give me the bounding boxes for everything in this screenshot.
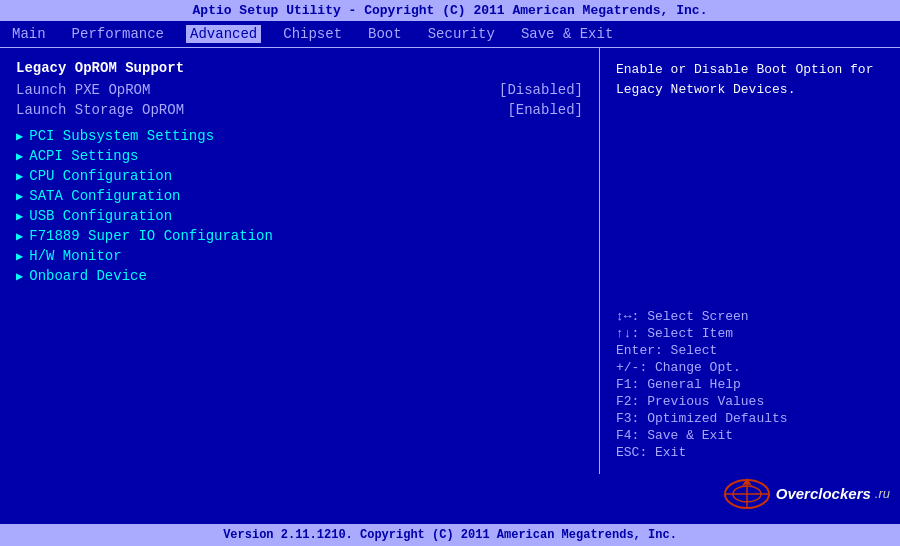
key-row: +/-: Change Opt. — [616, 360, 884, 375]
setting-label: Launch Storage OpROM — [16, 102, 184, 118]
menu-list-item-label: SATA Configuration — [29, 188, 180, 204]
watermark-domain: .ru — [875, 486, 890, 501]
arrow-icon: ▶ — [16, 189, 23, 204]
key-row: F4: Save & Exit — [616, 428, 884, 443]
menu-list-item-label: USB Configuration — [29, 208, 172, 224]
menu-item-boot[interactable]: Boot — [364, 25, 406, 43]
menu-list-item[interactable]: ▶SATA Configuration — [16, 188, 583, 204]
setting-value: [Disabled] — [499, 82, 583, 98]
menu-list: ▶PCI Subsystem Settings▶ACPI Settings▶CP… — [16, 128, 583, 284]
arrow-icon: ▶ — [16, 209, 23, 224]
menu-item-security[interactable]: Security — [424, 25, 499, 43]
left-panel: Legacy OpROM Support Launch PXE OpROM[Di… — [0, 48, 600, 474]
menu-list-item-label: ACPI Settings — [29, 148, 138, 164]
overclockers-logo — [722, 476, 772, 511]
setting-row: Launch Storage OpROM[Enabled] — [16, 102, 583, 118]
key-row: ↕↔: Select Screen — [616, 309, 884, 324]
arrow-icon: ▶ — [16, 169, 23, 184]
key-row: Enter: Select — [616, 343, 884, 358]
main-content: Legacy OpROM Support Launch PXE OpROM[Di… — [0, 48, 900, 474]
title-text: Aptio Setup Utility - Copyright (C) 2011… — [193, 3, 708, 18]
setting-row: Launch PXE OpROM[Disabled] — [16, 82, 583, 98]
help-text: Enable or Disable Boot Option for Legacy… — [616, 60, 884, 99]
menu-list-item-label: Onboard Device — [29, 268, 147, 284]
settings-rows: Launch PXE OpROM[Disabled]Launch Storage… — [16, 82, 583, 118]
menu-item-save-and-exit[interactable]: Save & Exit — [517, 25, 617, 43]
arrow-icon: ▶ — [16, 249, 23, 264]
menu-bar: MainPerformanceAdvancedChipsetBootSecuri… — [0, 21, 900, 48]
menu-list-item-label: PCI Subsystem Settings — [29, 128, 214, 144]
menu-item-main[interactable]: Main — [8, 25, 50, 43]
watermark-brand: Overclockers — [776, 485, 871, 502]
menu-list-item[interactable]: ▶H/W Monitor — [16, 248, 583, 264]
setting-value: [Enabled] — [507, 102, 583, 118]
right-panel: Enable or Disable Boot Option for Legacy… — [600, 48, 900, 474]
menu-list-item[interactable]: ▶CPU Configuration — [16, 168, 583, 184]
key-row: ESC: Exit — [616, 445, 884, 460]
key-row: F2: Previous Values — [616, 394, 884, 409]
key-row: ↑↓: Select Item — [616, 326, 884, 341]
menu-list-item[interactable]: ▶Onboard Device — [16, 268, 583, 284]
menu-item-advanced[interactable]: Advanced — [186, 25, 261, 43]
arrow-icon: ▶ — [16, 149, 23, 164]
menu-item-performance[interactable]: Performance — [68, 25, 168, 43]
help-keys: ↕↔: Select Screen↑↓: Select ItemEnter: S… — [616, 309, 884, 462]
title-bar: Aptio Setup Utility - Copyright (C) 2011… — [0, 0, 900, 21]
setting-label: Launch PXE OpROM — [16, 82, 150, 98]
arrow-icon: ▶ — [16, 229, 23, 244]
menu-item-chipset[interactable]: Chipset — [279, 25, 346, 43]
menu-list-item-label: F71889 Super IO Configuration — [29, 228, 273, 244]
arrow-icon: ▶ — [16, 269, 23, 284]
menu-list-item[interactable]: ▶USB Configuration — [16, 208, 583, 224]
watermark: Overclockers.ru — [722, 476, 890, 511]
menu-list-item[interactable]: ▶PCI Subsystem Settings — [16, 128, 583, 144]
key-row: F1: General Help — [616, 377, 884, 392]
status-bar: Version 2.11.1210. Copyright (C) 2011 Am… — [0, 524, 900, 546]
menu-list-item[interactable]: ▶F71889 Super IO Configuration — [16, 228, 583, 244]
menu-list-item-label: H/W Monitor — [29, 248, 121, 264]
section-title: Legacy OpROM Support — [16, 60, 583, 76]
status-text: Version 2.11.1210. Copyright (C) 2011 Am… — [223, 528, 677, 542]
menu-list-item-label: CPU Configuration — [29, 168, 172, 184]
menu-list-item[interactable]: ▶ACPI Settings — [16, 148, 583, 164]
arrow-icon: ▶ — [16, 129, 23, 144]
key-row: F3: Optimized Defaults — [616, 411, 884, 426]
